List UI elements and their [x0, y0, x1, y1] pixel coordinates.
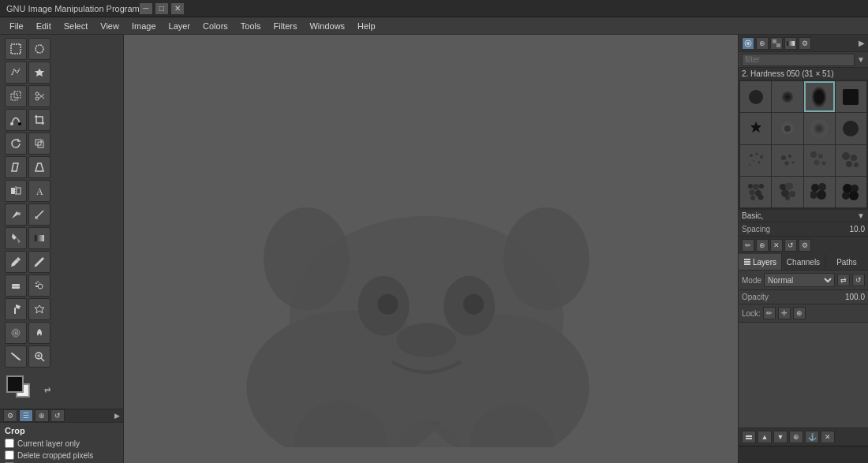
lock-position-btn[interactable]: ✛ — [778, 307, 791, 319]
chain-btn[interactable]: ⇄ — [837, 274, 850, 286]
menu-colors[interactable]: Colors — [196, 20, 234, 32]
rotate-tool[interactable] — [5, 133, 27, 155]
menu-help[interactable]: Help — [351, 20, 382, 32]
panel-expand-btn[interactable]: ▶ — [859, 39, 865, 47]
filter-dropdown-btn[interactable]: ▼ — [855, 55, 865, 64]
lower-layer-btn[interactable]: ▼ — [773, 431, 788, 443]
brush-cell-13[interactable] — [740, 177, 771, 207]
menu-edit[interactable]: Edit — [30, 20, 58, 32]
pencil-tool[interactable] — [5, 251, 27, 273]
brushes-icon[interactable] — [742, 37, 754, 50]
brush-cell-8[interactable] — [836, 113, 866, 144]
maximize-button[interactable]: □ — [155, 3, 168, 14]
menu-view[interactable]: View — [94, 20, 125, 32]
brush-cell-14[interactable] — [772, 177, 803, 207]
brush-cell-4[interactable] — [836, 81, 866, 112]
tool-options-btn[interactable]: ☰ — [19, 409, 33, 422]
panel-collapse-icon[interactable]: ▶ — [114, 412, 120, 420]
brush-cell-3[interactable] — [804, 81, 835, 112]
delete-layer-btn[interactable]: ✕ — [821, 431, 835, 443]
fuzzy-select-tool[interactable] — [28, 62, 51, 84]
brush-refresh-btn[interactable]: ↺ — [784, 239, 797, 252]
raise-layer-btn[interactable]: ▲ — [758, 431, 772, 443]
reset-btn[interactable]: ↺ — [51, 409, 65, 422]
preset-dropdown-btn[interactable]: ▼ — [857, 211, 865, 220]
dynamics-icon[interactable]: ⊕ — [756, 37, 769, 50]
bucket-fill-tool[interactable] — [5, 227, 27, 249]
clone-tool[interactable] — [5, 298, 27, 320]
brush-cell-12[interactable] — [836, 145, 866, 176]
patterns-icon[interactable] — [770, 37, 783, 50]
scale-tool[interactable] — [28, 133, 51, 155]
svg-point-87 — [817, 190, 826, 200]
smudge-tool[interactable] — [5, 345, 27, 368]
brush-cell-9[interactable] — [740, 145, 771, 176]
brush-cell-16[interactable] — [836, 177, 866, 207]
blur-sharpen-tool[interactable] — [5, 322, 27, 344]
text-tool[interactable]: A — [28, 180, 51, 202]
delete-cropped-checkbox[interactable] — [5, 450, 14, 460]
measure-tool[interactable] — [28, 203, 51, 226]
zoom-tool[interactable] — [28, 345, 51, 368]
share-btn[interactable]: ⊕ — [35, 409, 49, 422]
brush-cell-10[interactable] — [772, 145, 803, 176]
tool-presets-btn[interactable]: ⚙ — [3, 409, 17, 422]
brush-cell-7[interactable] — [804, 113, 835, 144]
heal-tool[interactable] — [28, 298, 51, 320]
tab-channels[interactable]: Channels — [782, 254, 825, 270]
scissors-tool[interactable] — [28, 85, 51, 107]
swap-colors-icon[interactable]: ⇄ — [44, 386, 51, 394]
settings-icon[interactable]: ⚙ — [799, 37, 811, 50]
lock-all-btn[interactable]: ⊕ — [793, 307, 806, 319]
menu-filters[interactable]: Filters — [268, 20, 304, 32]
delete-cropped-label[interactable]: Delete cropped pixels — [17, 451, 93, 460]
foreground-color-swatch[interactable] — [6, 375, 24, 393]
free-select-tool[interactable] — [5, 62, 27, 84]
tab-paths[interactable]: Paths — [825, 254, 868, 270]
close-button[interactable]: ✕ — [171, 3, 184, 14]
color-picker-tool[interactable] — [5, 203, 27, 226]
blend-tool[interactable] — [28, 227, 51, 249]
crop-tool active[interactable] — [28, 109, 51, 131]
brush-edit-btn[interactable]: ✏ — [742, 239, 754, 252]
ellipse-select-tool[interactable] — [28, 38, 51, 60]
brush-cell-11[interactable] — [804, 145, 835, 176]
menu-tools[interactable]: Tools — [234, 20, 268, 32]
mode-select[interactable]: Normal — [764, 273, 835, 287]
lock-pixels-btn[interactable]: ✏ — [763, 307, 776, 319]
canvas-area[interactable] — [124, 35, 738, 463]
airbrush-tool[interactable] — [28, 274, 51, 297]
menu-windows[interactable]: Windows — [303, 20, 351, 32]
dodge-burn-tool[interactable] — [28, 322, 51, 344]
rect-select-tool[interactable] — [5, 38, 27, 60]
current-layer-checkbox[interactable] — [5, 439, 14, 448]
brush-filter-input[interactable] — [742, 54, 855, 66]
anchor-layer-btn[interactable]: ⚓ — [805, 431, 819, 443]
eraser-tool[interactable] — [5, 274, 27, 297]
current-layer-label[interactable]: Current layer only — [17, 439, 80, 448]
brush-cell-6[interactable] — [772, 113, 803, 144]
perspective-tool[interactable] — [28, 156, 51, 178]
menu-layer[interactable]: Layer — [163, 20, 197, 32]
new-layer-group-btn[interactable] — [742, 431, 756, 443]
menu-image[interactable]: Image — [125, 20, 163, 32]
menu-file[interactable]: File — [3, 20, 30, 32]
lock-chain-btn[interactable]: ↺ — [852, 274, 865, 286]
duplicate-layer-btn[interactable]: ⊕ — [789, 431, 803, 443]
brush-settings-btn[interactable]: ⚙ — [799, 239, 811, 252]
brush-cell-1[interactable] — [740, 81, 771, 112]
brush-cell-15[interactable] — [804, 177, 835, 207]
paintbrush-tool[interactable] — [28, 251, 51, 273]
paths-tool[interactable] — [5, 109, 27, 131]
brush-cell-2[interactable] — [772, 81, 803, 112]
select-by-color-tool[interactable] — [5, 85, 27, 107]
brush-delete-btn[interactable]: ✕ — [770, 239, 783, 252]
brush-copy-btn[interactable]: ⊕ — [756, 239, 769, 252]
tab-layers[interactable]: Layers — [739, 254, 782, 270]
minimize-button[interactable]: ─ — [140, 3, 152, 14]
gradients-icon[interactable] — [784, 37, 797, 50]
shear-tool[interactable] — [5, 156, 27, 178]
flip-tool[interactable] — [5, 180, 27, 202]
brush-cell-5[interactable] — [740, 113, 771, 144]
menu-select[interactable]: Select — [58, 20, 95, 32]
